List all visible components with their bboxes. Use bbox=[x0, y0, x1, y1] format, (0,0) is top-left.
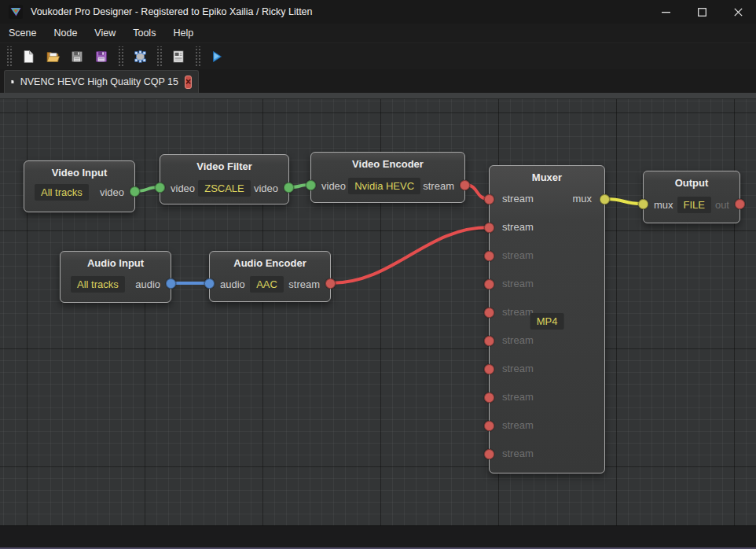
app-window: Voukoder Pro Designer - Registered to Ep… bbox=[0, 0, 756, 549]
node-output[interactable]: OutputmuxFILEout bbox=[643, 171, 740, 223]
video-filter-port-1[interactable] bbox=[284, 182, 294, 193]
node-content-row: All tracksaudio bbox=[71, 274, 160, 293]
log-report-button[interactable] bbox=[168, 46, 189, 67]
wire-audio-encoder-to-muxer[interactable] bbox=[331, 227, 489, 283]
open-file-button[interactable] bbox=[42, 46, 63, 67]
menu-item-view[interactable]: View bbox=[86, 24, 124, 42]
muxer-stream-port-label: stream bbox=[502, 391, 534, 403]
node-title: Video Encoder bbox=[311, 158, 464, 170]
muxer-stream-port-label: stream bbox=[502, 193, 534, 204]
toolbar-grip-handle[interactable] bbox=[117, 46, 124, 67]
menu-item-help[interactable]: Help bbox=[164, 24, 202, 42]
node-muxer[interactable]: Muxerstreamstreamstreamstreamstreamstrea… bbox=[489, 165, 605, 473]
output-selector[interactable]: FILE bbox=[677, 197, 711, 213]
menu-item-node[interactable]: Node bbox=[45, 24, 86, 42]
muxer-port-4[interactable] bbox=[484, 308, 494, 318]
audio-encoder-port-0[interactable] bbox=[204, 278, 215, 289]
muxer-stream-port-label: stream bbox=[502, 334, 534, 346]
output-port-label: out bbox=[715, 199, 729, 211]
canvas[interactable]: Video InputAll tracksvideoVideo Filtervi… bbox=[0, 99, 756, 525]
muxer-port-9[interactable] bbox=[484, 449, 494, 459]
audio-input-selector[interactable]: All tracks bbox=[71, 276, 125, 293]
save-icon bbox=[70, 50, 84, 64]
tab-label: NVENC HEVC High Quality CQP 15 bbox=[20, 76, 178, 87]
video-filter-port-0[interactable] bbox=[155, 182, 165, 193]
muxer-port-2[interactable] bbox=[484, 251, 494, 261]
output-port-label: mux bbox=[654, 199, 673, 211]
muxer-stream-port-label: stream bbox=[502, 221, 534, 233]
video-encoder-port-label: stream bbox=[423, 180, 454, 192]
node-title: Video Input bbox=[24, 167, 134, 179]
audio-encoder-port-1[interactable] bbox=[325, 278, 336, 289]
video-filter-selector[interactable]: ZSCALE bbox=[198, 180, 251, 197]
muxer-port-8[interactable] bbox=[484, 421, 494, 431]
new-file-button[interactable] bbox=[18, 46, 39, 67]
muxer-stream-port-label: stream bbox=[502, 306, 534, 318]
log-report-icon bbox=[171, 50, 185, 64]
status-bar bbox=[0, 525, 756, 549]
video-input-port-0[interactable] bbox=[130, 186, 140, 197]
video-encoder-port-1[interactable] bbox=[460, 180, 470, 190]
node-audio-input[interactable]: Audio InputAll tracksaudio bbox=[60, 251, 171, 303]
close-button[interactable] bbox=[720, 0, 756, 24]
save-button[interactable] bbox=[67, 46, 87, 67]
canvas-top-edge bbox=[0, 93, 756, 99]
tab-active[interactable]: NVENC HEVC High Quality CQP 15 × bbox=[4, 70, 199, 93]
close-icon bbox=[734, 8, 743, 17]
node-content-row: muxFILEout bbox=[654, 195, 729, 214]
audio-input-port-0[interactable] bbox=[166, 278, 176, 289]
audio-encoder-selector[interactable]: AAC bbox=[250, 276, 284, 293]
run-button[interactable] bbox=[207, 46, 227, 67]
menu-item-scene[interactable]: Scene bbox=[0, 24, 45, 42]
node-video-input[interactable]: Video InputAll tracksvideo bbox=[24, 160, 135, 212]
node-title: Audio Input bbox=[61, 257, 171, 269]
node-title: Audio Encoder bbox=[210, 257, 330, 269]
muxer-stream-port-label: stream bbox=[502, 278, 534, 289]
muxer-port-1[interactable] bbox=[484, 223, 494, 233]
maximize-button[interactable] bbox=[684, 0, 720, 24]
muxer-stream-port-label: stream bbox=[502, 448, 534, 459]
muxer-port-10[interactable] bbox=[600, 194, 610, 204]
toolbar-grip-handle[interactable] bbox=[6, 46, 13, 67]
tab-bar: NVENC HEVC High Quality CQP 15 × bbox=[0, 69, 756, 93]
video-input-port-label: video bbox=[100, 186, 124, 198]
new-file-icon bbox=[21, 50, 35, 64]
muxer-port-7[interactable] bbox=[484, 392, 494, 403]
menu-item-tools[interactable]: Tools bbox=[124, 24, 164, 42]
minimize-button[interactable] bbox=[648, 0, 684, 24]
muxer-port-5[interactable] bbox=[484, 336, 494, 346]
save-as-button[interactable] bbox=[91, 46, 112, 67]
video-encoder-selector[interactable]: Nvidia HEVC bbox=[348, 178, 420, 194]
node-content-row: All tracksvideo bbox=[35, 182, 124, 201]
muxer-format-selector[interactable]: MP4 bbox=[530, 313, 564, 330]
muxer-port-0[interactable] bbox=[484, 194, 494, 204]
menu-bar: SceneNodeViewToolsHelp bbox=[0, 24, 756, 42]
window-title: Voukoder Pro Designer - Registered to Ep… bbox=[31, 6, 648, 17]
muxer-stream-port-label: stream bbox=[502, 249, 534, 261]
muxer-port-6[interactable] bbox=[484, 364, 494, 374]
node-video-filter[interactable]: Video FiltervideoZSCALEvideo bbox=[160, 154, 289, 204]
node-audio-encoder[interactable]: Audio EncoderaudioAACstream bbox=[209, 251, 331, 302]
audio-encoder-port-label: audio bbox=[220, 278, 245, 290]
video-encoder-port-0[interactable] bbox=[306, 180, 316, 190]
node-content-row: videoNvidia HEVCstream bbox=[321, 176, 454, 195]
muxer-port-3[interactable] bbox=[484, 279, 494, 289]
node-video-encoder[interactable]: Video EncodervideoNvidia HEVCstream bbox=[310, 152, 465, 203]
wire-muxer-to-output[interactable] bbox=[605, 199, 643, 204]
output-port-0[interactable] bbox=[638, 199, 648, 209]
node-title: Muxer bbox=[490, 171, 604, 183]
scene-node-button[interactable] bbox=[130, 46, 150, 67]
muxer-mux-port-label: mux bbox=[572, 193, 592, 204]
toolbar-grip-handle[interactable] bbox=[156, 46, 163, 67]
node-content-row: videoZSCALEvideo bbox=[171, 179, 278, 197]
maximize-icon bbox=[698, 8, 706, 17]
tab-close-button[interactable]: × bbox=[185, 76, 192, 89]
video-encoder-port-label: video bbox=[321, 180, 346, 192]
muxer-stream-port-label: stream bbox=[502, 363, 534, 374]
toolbar-grip-handle[interactable] bbox=[194, 46, 201, 67]
video-input-selector[interactable]: All tracks bbox=[35, 184, 89, 201]
scene-node-icon bbox=[133, 50, 148, 64]
output-port-1[interactable] bbox=[735, 199, 745, 209]
video-filter-port-label: video bbox=[254, 182, 278, 194]
video-filter-port-label: video bbox=[171, 182, 195, 194]
